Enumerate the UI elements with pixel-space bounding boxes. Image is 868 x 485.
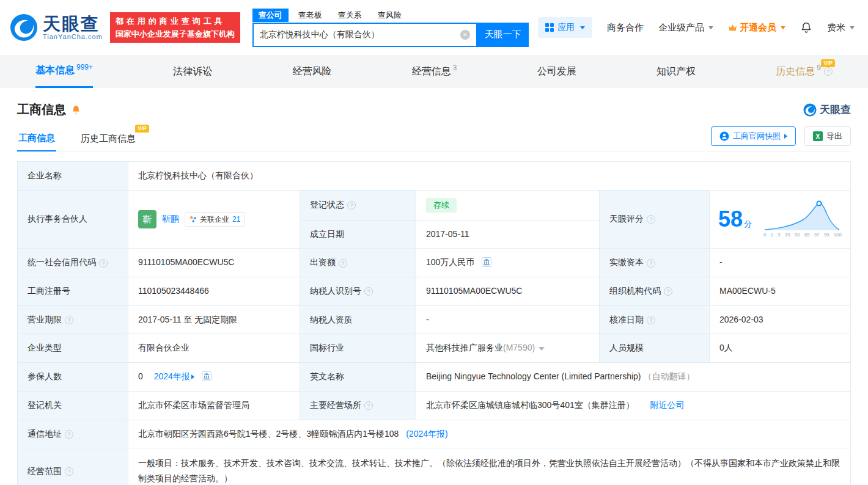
help-icon[interactable] <box>99 259 108 268</box>
table-row: 经营范围 一般项目：技术服务、技术开发、技术咨询、技术交流、技术转让、技术推广。… <box>18 448 851 485</box>
tab-label: 经营风险 <box>293 65 332 78</box>
help-icon[interactable] <box>339 259 347 268</box>
table-row: 登记机关 北京市怀柔区市场监督管理局 主要经营场所 北京市怀柔区庙城镇庙城村临3… <box>18 391 851 420</box>
apps-menu[interactable]: 应用 <box>538 17 592 38</box>
subtab-history-business-info[interactable]: 历史工商信息 VIP <box>79 127 137 151</box>
label-registration-status: 登记状态 <box>300 190 416 220</box>
label-industry: 国标行业 <box>300 334 416 363</box>
tianyancha-logo[interactable]: 天眼查 TianYanCha.com <box>10 13 103 42</box>
label-business-scope: 经营范围 <box>18 448 128 485</box>
field-label: 纳税人识别号 <box>310 286 361 296</box>
table-row: 工商注册号 110105023448466 纳税人识别号 91110105MA0… <box>18 277 851 306</box>
business-info-table: 企业名称 北京柠悦科技中心（有限合伙） 执行事务合伙人 靳 靳鹏 <box>17 161 851 485</box>
search-input[interactable] <box>260 30 460 40</box>
search-button[interactable]: 天眼一下 <box>477 23 529 47</box>
tab-operation-risk[interactable]: 经营风险 <box>293 55 332 88</box>
label-paid-capital: 实缴资本 <box>600 249 710 277</box>
subtab-row: 工商信息 历史工商信息 VIP 工商官网快照 导出 <box>17 126 851 151</box>
score-distribution-chart[interactable]: 0 1 3 15 50 85 97 99 100 <box>763 200 842 238</box>
value-business-scope: 一般项目：技术服务、技术开发、技术咨询、技术交流、技术转让、技术推广。（除依法须… <box>128 448 851 485</box>
field-label: 经营范围 <box>28 466 62 476</box>
help-icon[interactable] <box>824 67 833 76</box>
annual-report-link[interactable]: (2024年报) <box>406 429 447 439</box>
promo-line2: 国家中小企业发展子基金旗下机构 <box>116 27 235 40</box>
bell-icon <box>800 21 812 34</box>
badge-person-icon <box>719 131 729 141</box>
annual-report-link[interactable]: 2024年报 <box>154 370 194 384</box>
field-label: 国标行业 <box>310 343 344 352</box>
notifications-bell-icon[interactable] <box>800 21 812 34</box>
value-org-code: MA00ECWU-5 <box>710 277 851 306</box>
help-icon[interactable] <box>65 316 73 324</box>
export-button[interactable]: 导出 <box>804 126 851 146</box>
help-icon[interactable] <box>647 215 655 224</box>
brand-name: 天眼查 <box>43 15 103 33</box>
subscribe-bell-icon[interactable] <box>71 104 81 115</box>
official-snapshot-button[interactable]: 工商官网快照 <box>711 126 796 146</box>
help-icon[interactable] <box>364 401 373 410</box>
value-taxpayer-id: 91110105MA00ECWU5C <box>416 277 600 306</box>
help-icon[interactable] <box>347 201 356 210</box>
tab-legal-proceedings[interactable]: 法律诉讼 <box>173 55 212 88</box>
value-business-term: 2017-05-11 至 无固定期限 <box>128 305 300 334</box>
label-english-name: 英文名称 <box>300 363 416 392</box>
search-tab-boss[interactable]: 查老板 <box>292 9 328 22</box>
label-credit-code: 统一社会信用代码 <box>18 249 128 277</box>
tab-basic-info[interactable]: 基本信息 999+ <box>35 55 93 88</box>
field-label: 人员规模 <box>609 343 644 352</box>
value-insured-count: 0 2024年报 <box>128 363 300 392</box>
field-label: 天眼评分 <box>609 214 644 224</box>
help-icon[interactable] <box>65 467 73 476</box>
related-companies-badge[interactable]: 关联企业 21 <box>185 212 245 227</box>
search-tab-company[interactable]: 查公司 <box>252 9 289 22</box>
menu-business-cooperation[interactable]: 商务合作 <box>607 22 644 34</box>
top-header: 天眼查 TianYanCha.com 都在用的商业查询工具 国家中小企业发展子基… <box>0 0 868 55</box>
nearby-companies-link[interactable]: 附近公司 <box>650 400 685 410</box>
related-label: 关联企业 <box>200 214 229 225</box>
search-tab-risk[interactable]: 查风险 <box>372 9 408 22</box>
arrow-right-icon <box>191 374 194 379</box>
label-approval-date: 核准日期 <box>600 305 710 334</box>
search-tabs: 查公司 查老板 查关系 查风险 <box>252 9 529 22</box>
value-mailing-address: 北京市朝阳区芳园西路6号院1号楼、2号楼、3幢颐锦酒店内1号楼108 (2024… <box>128 420 851 448</box>
search-tab-relation[interactable]: 查关系 <box>332 9 368 22</box>
vip-tag: VIP <box>821 59 835 67</box>
search-area: 查公司 查老板 查关系 查风险 天眼一下 <box>252 9 529 47</box>
table-row: 企业名称 北京柠悦科技中心（有限合伙） <box>18 162 851 191</box>
chevron-down-icon <box>781 26 785 29</box>
help-icon[interactable] <box>364 287 373 296</box>
help-icon[interactable] <box>65 430 73 439</box>
field-label: 参保人数 <box>28 371 62 381</box>
subtab-label: 历史工商信息 <box>81 133 136 144</box>
valuation-bank-icon[interactable] <box>482 257 491 267</box>
help-icon[interactable] <box>647 316 655 324</box>
related-count: 21 <box>232 214 240 225</box>
apps-label: 应用 <box>557 22 575 33</box>
tab-history-info[interactable]: 历史信息 9 VIP <box>776 55 833 88</box>
label-establish-date: 成立日期 <box>300 220 416 249</box>
value-capital: 100万人民币 <box>416 249 600 277</box>
tab-business-info[interactable]: 经营信息 3 <box>412 55 457 88</box>
chevron-down-icon[interactable] <box>539 347 545 351</box>
subtab-business-info[interactable]: 工商信息 <box>17 126 56 151</box>
menu-open-vip[interactable]: 开通会员 <box>728 22 785 34</box>
field-label: 统一社会信用代码 <box>28 257 96 267</box>
chevron-down-icon <box>580 26 585 29</box>
help-icon[interactable] <box>647 259 655 268</box>
valuation-bank-icon[interactable] <box>202 371 211 381</box>
tab-company-development[interactable]: 公司发展 <box>537 55 576 88</box>
tab-intellectual-property[interactable]: 知识产权 <box>657 55 696 88</box>
tianyancha-logo-icon <box>10 13 38 42</box>
menu-enterprise-products[interactable]: 企业级产品 <box>658 22 713 34</box>
company-name: 北京柠悦科技中心（有限合伙） <box>138 170 258 180</box>
table-row: 参保人数 0 2024年报 <box>18 363 851 392</box>
value-english-name: Beijing Ningyue Technology Center (Limit… <box>416 363 851 392</box>
clear-search-icon[interactable] <box>460 30 470 40</box>
user-menu[interactable]: 费米 <box>827 22 855 34</box>
tab-label: 公司发展 <box>537 65 576 78</box>
excel-icon <box>813 131 823 141</box>
partner-name-link[interactable]: 靳鹏 <box>162 213 179 226</box>
help-icon[interactable] <box>664 287 672 296</box>
partner-avatar[interactable]: 靳 <box>138 210 156 228</box>
label-insured-count: 参保人数 <box>18 363 128 392</box>
